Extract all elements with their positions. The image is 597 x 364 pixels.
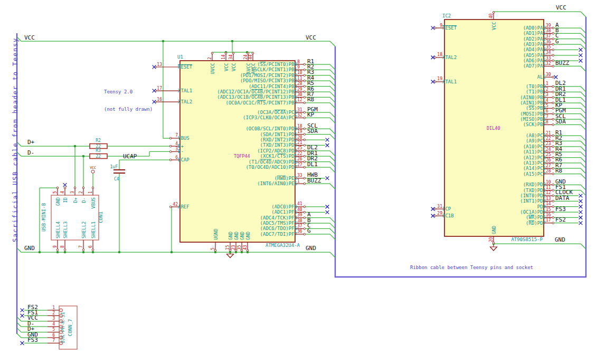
pin-name: (SDA/INT1)PD1 (260, 132, 297, 137)
net-label-gnd-left[interactable]: GND (24, 245, 35, 252)
pin-number: 7 (52, 338, 55, 343)
pin-number: 28 (546, 169, 551, 174)
teensy-note[interactable]: Teensy 2.0 (not fully drawn) (104, 78, 153, 124)
pin-number: 37 (546, 34, 551, 39)
pin-number: 35 (237, 245, 242, 250)
vcc-power-symbol[interactable] (91, 170, 94, 173)
pin-end (552, 184, 554, 186)
pin-end (304, 166, 306, 168)
net-label: SDA (555, 118, 566, 125)
pin-name: (T0/OC4D/ADC10)PD7 (245, 165, 297, 170)
pin-end (552, 54, 554, 56)
pin-end (552, 102, 554, 104)
pin-name: (A9)PC1 (526, 138, 546, 143)
pin-name: (TXD)PD1 (523, 188, 546, 193)
pin-end (92, 249, 94, 251)
net-label-vcc-mid[interactable]: VCC (306, 34, 316, 41)
con1-top-pin-1[interactable]: 1VBUS (88, 187, 96, 208)
pin-name: (TXD/INT3)PD3 (260, 142, 297, 148)
pin-end (169, 151, 172, 153)
pin-number: 15 (546, 207, 551, 212)
pin-number: 7 (546, 114, 548, 119)
pin-name: (AD6)PA6 (523, 58, 546, 63)
pin-end (552, 118, 554, 120)
pin-name: (T1)PB1 (526, 89, 546, 94)
r2-ref: R2 (96, 138, 101, 143)
pin-end (552, 33, 554, 35)
con1-top-pin-5[interactable]: 5GND (53, 187, 61, 206)
pin-end (552, 157, 554, 159)
pin-name: (PDO/MISO/PCINT3)PB3 (240, 78, 297, 83)
pin-number: 5 (546, 103, 548, 108)
pin-name: (ADC5/TMS)PF5 (260, 221, 297, 226)
pin-end (552, 43, 554, 45)
no-connect-icon (579, 205, 583, 208)
pin-end (232, 52, 234, 54)
pin-end (434, 81, 436, 83)
pin-number: 30 (546, 72, 551, 77)
con1-bottom-pin-8[interactable]: 8SHELL3 (60, 221, 68, 251)
pin-number: 24 (546, 147, 551, 152)
pin-end (434, 56, 436, 59)
pin-name: (AD0)PA0 (523, 25, 546, 31)
pin-name: (ADC6/TDO)PF6 (260, 226, 297, 231)
pin-end (56, 187, 59, 189)
pin-number: 31 (297, 108, 302, 112)
ribbon-note[interactable]: Ribbon cable between Teensy pins and soc… (410, 265, 533, 271)
u1-footprint: TQFP44 (234, 154, 250, 159)
pin-number: 44 (248, 54, 253, 60)
pin-name: (RXD)PD0 (523, 182, 546, 187)
conn7-pin-1[interactable]: 1FS2 (21, 304, 63, 312)
pin-number: 39 (297, 213, 302, 217)
con1-bottom-pin-6[interactable]: 6SHELL1 (88, 221, 96, 251)
pin-name: (ICP2/ADC8)PD4 (257, 148, 297, 154)
pin-name: (A13)PC5 (523, 160, 546, 166)
pin-number: 17 (157, 86, 162, 91)
pin-end (304, 222, 306, 224)
pin-name: (OC1A)PD5 (520, 209, 546, 215)
pin-name: (WR)PD6 (526, 215, 546, 220)
pin-end (552, 49, 554, 51)
pin-number: 9 (297, 65, 300, 70)
pin-number: 38 (546, 28, 551, 33)
net-label-ucap[interactable]: UCAP (123, 153, 137, 160)
net-label-gnd-mid[interactable]: GND (306, 245, 316, 252)
pin-end (304, 155, 306, 157)
pin-end (304, 183, 306, 185)
pin-number: 11 (546, 185, 551, 190)
pin-name: AVCC (251, 63, 256, 74)
pin-name: ALE (537, 74, 546, 80)
pin-end (56, 249, 59, 251)
pin-name: UCAP (178, 157, 189, 162)
pin-name: (AD1)PA1 (523, 31, 546, 36)
pin-number: 36 (297, 229, 302, 234)
net-label-dplus[interactable]: D+ (27, 139, 34, 146)
pin-name: (RD)PD7 (526, 221, 546, 226)
pin-end (552, 38, 554, 40)
no-connect-icon (579, 194, 583, 198)
pin-end (247, 52, 249, 54)
net-label-dminus[interactable]: D- (27, 149, 34, 156)
pin-end (552, 27, 554, 29)
net-label-vcc-left[interactable]: VCC (24, 34, 35, 41)
u1-ref: U1 (177, 54, 183, 60)
con1-bottom-pin-7[interactable]: 7SHELL2 (79, 221, 87, 251)
pin-number: 4 (60, 191, 65, 194)
pin-name: (AIN1)PB3 (520, 100, 546, 106)
net-label-gnd-right[interactable]: GND (555, 236, 565, 243)
pin-number: 32 (546, 61, 551, 66)
teensy-note-line1: Teensy 2.0 (104, 89, 153, 95)
pin-end (552, 85, 554, 88)
net-label: KP (307, 111, 315, 118)
net-label-vcc-right[interactable]: VCC (556, 4, 566, 11)
pin-number: 29 (437, 211, 442, 216)
con1-bottom-pin-9[interactable]: 9SHELL4 (53, 221, 61, 251)
con1-top-pin-4[interactable]: 4ID (60, 183, 68, 203)
sacrificial-note[interactable]: Sacrificial USB cable from header to Tee… (12, 37, 19, 242)
capacitor-c4[interactable] (113, 170, 125, 173)
pin-number: 20 (297, 135, 302, 140)
pin-name: GND (240, 232, 245, 240)
pin-wire (306, 135, 335, 140)
pin-name: (A14)PC6 (523, 166, 546, 171)
pin-number: 11 (297, 76, 302, 81)
